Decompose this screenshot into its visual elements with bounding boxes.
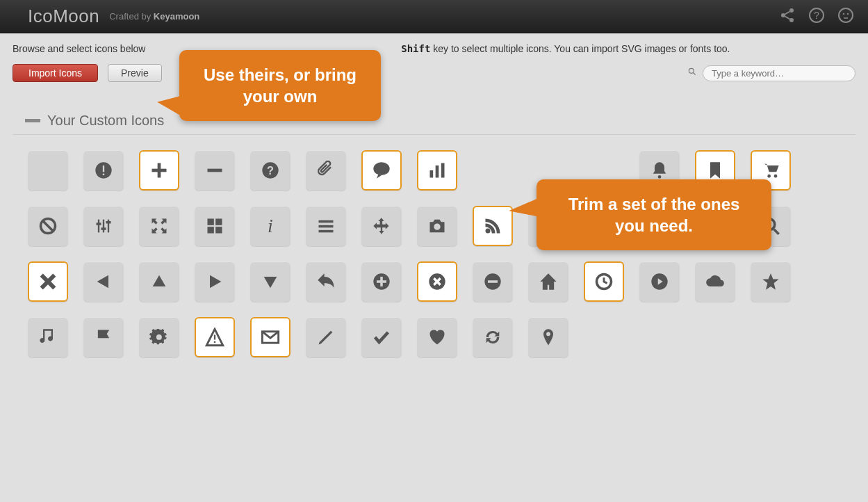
reply-icon[interactable]: [306, 261, 346, 302]
exclamation-circle-icon[interactable]: [83, 150, 124, 191]
x-circle-icon[interactable]: [417, 261, 457, 302]
star-icon[interactable]: [751, 261, 791, 302]
svg-rect-22: [441, 163, 445, 178]
svg-line-27: [43, 221, 53, 231]
warning-icon[interactable]: [195, 317, 235, 357]
callout-arrow-icon: [156, 92, 182, 115]
callout-arrow-icon: [508, 199, 539, 220]
minus-icon[interactable]: [195, 150, 235, 191]
top-right-actions: ?: [779, 7, 854, 26]
svg-rect-15: [152, 169, 167, 172]
ban-icon[interactable]: [28, 206, 68, 246]
svg-point-2: [789, 18, 794, 22]
gear-icon[interactable]: [139, 317, 179, 357]
svg-point-1: [781, 13, 785, 17]
pin-icon[interactable]: [528, 317, 568, 357]
svg-point-23: [658, 175, 662, 179]
import-icons-button[interactable]: Import Icons: [13, 64, 98, 82]
svg-point-7: [847, 13, 849, 14]
icon-grid: ?i: [0, 135, 868, 373]
section-header: Your Custom Icons: [13, 92, 855, 135]
svg-rect-28: [98, 220, 99, 233]
info-icon[interactable]: i: [250, 206, 290, 246]
top-bar: IcoMoon Crafted by Keyamoon ?: [0, 0, 868, 33]
triangle-down-icon[interactable]: [250, 261, 290, 302]
triangle-left-icon[interactable]: [83, 261, 124, 302]
svg-text:?: ?: [267, 164, 274, 177]
callout-import: Use theirs, or bring your own: [179, 50, 381, 121]
mail-icon[interactable]: [250, 317, 290, 357]
svg-text:i: i: [268, 216, 273, 236]
svg-point-19: [373, 162, 389, 175]
play-circle-icon[interactable]: [639, 261, 680, 302]
logo: IcoMoon: [28, 6, 99, 27]
triangle-right-icon[interactable]: [195, 261, 235, 302]
search-input[interactable]: [703, 65, 855, 81]
svg-rect-20: [430, 170, 434, 178]
svg-rect-36: [208, 227, 214, 233]
home-icon[interactable]: [528, 261, 568, 302]
check-icon[interactable]: [361, 317, 402, 357]
svg-rect-34: [208, 219, 214, 225]
x-icon[interactable]: [28, 261, 68, 302]
heart-icon[interactable]: [417, 317, 457, 357]
svg-point-6: [843, 13, 844, 14]
blank[interactable]: [28, 150, 68, 191]
bar-chart-icon[interactable]: [417, 150, 457, 191]
move-icon[interactable]: [361, 206, 402, 246]
svg-point-9: [689, 68, 694, 73]
chat-icon[interactable]: [361, 150, 402, 191]
share-icon[interactable]: [779, 7, 796, 26]
svg-rect-35: [215, 219, 222, 225]
svg-line-10: [694, 73, 696, 75]
refresh-icon[interactable]: [473, 317, 513, 357]
camera-icon[interactable]: [417, 206, 457, 246]
expand-icon[interactable]: [139, 206, 179, 246]
minus-circle-icon[interactable]: [473, 261, 513, 302]
svg-rect-12: [103, 165, 104, 172]
cloud-icon[interactable]: [695, 261, 735, 302]
pencil-icon[interactable]: [306, 317, 346, 357]
crafted-by: Crafted by Keyamoon: [109, 11, 199, 22]
triangle-up-icon[interactable]: [139, 261, 179, 302]
search-wrap: [687, 65, 855, 81]
grid-icon[interactable]: [195, 206, 235, 246]
plus-circle-icon[interactable]: [361, 261, 402, 302]
svg-text:?: ?: [814, 10, 819, 21]
collapse-handle-icon[interactable]: [25, 119, 40, 122]
svg-point-25: [774, 175, 778, 178]
clock-icon[interactable]: [584, 261, 624, 302]
callout-trim: Trim a set of the ones you need.: [537, 179, 771, 250]
flag-icon[interactable]: [83, 317, 124, 357]
music-icon[interactable]: [28, 317, 68, 357]
face-icon[interactable]: [837, 7, 854, 26]
svg-rect-37: [215, 227, 222, 233]
svg-point-42: [434, 224, 440, 230]
svg-rect-40: [319, 225, 334, 228]
svg-rect-21: [436, 165, 439, 178]
svg-line-51: [774, 229, 779, 234]
svg-point-63: [546, 332, 550, 336]
question-circle-icon[interactable]: ?: [250, 150, 290, 191]
svg-point-0: [789, 8, 794, 13]
sliders-icon[interactable]: [83, 206, 124, 246]
svg-rect-61: [214, 341, 215, 343]
toolbar: Import Icons Previe: [0, 54, 868, 92]
help-icon[interactable]: ?: [808, 7, 825, 26]
preview-button[interactable]: Previe: [108, 64, 162, 82]
svg-rect-41: [319, 230, 334, 233]
plus-icon[interactable]: [139, 150, 179, 191]
svg-rect-13: [103, 174, 104, 175]
svg-point-43: [486, 229, 491, 234]
search-icon: [687, 67, 697, 79]
svg-point-5: [839, 8, 853, 22]
paperclip-icon[interactable]: [306, 150, 346, 191]
svg-rect-32: [101, 227, 106, 230]
svg-rect-60: [214, 335, 215, 340]
list-icon[interactable]: [306, 206, 346, 246]
section-title: Your Custom Icons: [47, 113, 164, 129]
rss-icon[interactable]: [473, 206, 513, 246]
svg-rect-29: [103, 220, 104, 233]
svg-rect-54: [377, 280, 386, 283]
svg-rect-31: [97, 222, 101, 225]
